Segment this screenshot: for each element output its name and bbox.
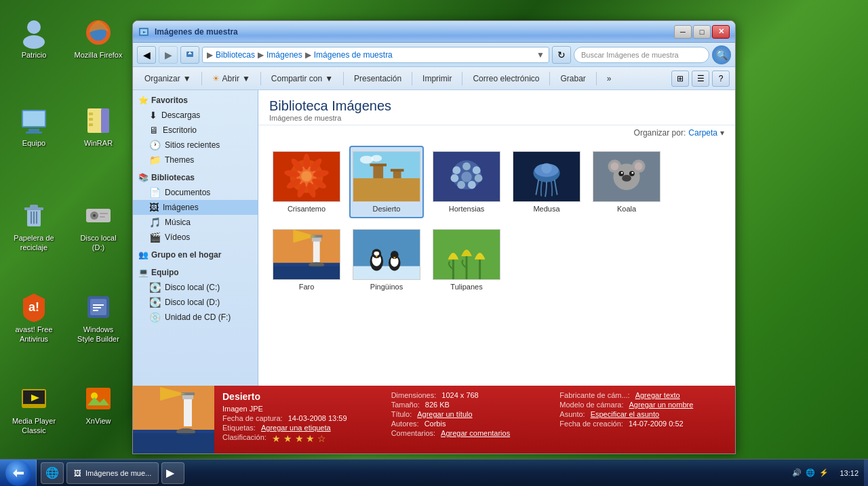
detail-tags-row: Etiquetas: Agregar una etiqueta [222,424,390,432]
close-button[interactable]: ✕ [712,25,730,39]
svg-rect-7 [26,131,42,134]
desktop-icon-disco-d[interactable]: Disco local (D:) [71,197,125,256]
minimize-button[interactable]: ─ [674,25,692,39]
sidebar-item-themes[interactable]: 📁 Themes [133,153,258,167]
detail-comments-row: Comentarios: Agregar comentarios [391,429,559,437]
share-button[interactable]: Compartir con ▼ [265,70,339,87]
file-item-pinguinos[interactable]: Pingüinos [349,224,424,296]
taskbar-clock[interactable]: 13:12 [834,469,864,477]
file-name-hortensias: Hortensias [449,205,485,213]
file-grid: Crisantemo [258,140,735,302]
desktop-icon-papelera[interactable]: Papelera de reciclaje [7,197,61,256]
file-name-desierto: Desierto [373,205,401,213]
organize-value[interactable]: Carpeta [688,128,717,138]
svg-point-0 [27,20,41,34]
desktop-icon-patricio[interactable]: Patricio [7,14,61,62]
refresh-button[interactable]: ↻ [552,46,571,64]
view-icons-button[interactable]: ⊞ [671,70,689,87]
detail-authors-row: Autores: Corbis [391,420,559,428]
sitios-icon: 🕐 [149,140,161,150]
toolbar-sep-1 [201,72,202,85]
desktop-icon-equipo[interactable]: Equipo [7,102,61,150]
start-button[interactable] [0,460,37,487]
detail-title[interactable]: Agregar un título [417,410,472,418]
file-name-medusa: Medusa [533,205,559,213]
detail-comments[interactable]: Agregar comentarios [441,429,510,437]
search-box[interactable]: Buscar Imágenes de muestra [574,47,709,63]
svg-point-59 [360,156,374,164]
address-path[interactable]: ▶ Bibliotecas ▶ Imágenes ▶ Imágenes de m… [202,47,549,63]
svg-rect-113 [184,398,192,426]
detail-camera-model[interactable]: Agregar un nombre [629,401,694,409]
detail-tags[interactable]: Agregar una etiqueta [261,424,331,432]
detail-authors: Corbis [425,420,446,428]
open-button[interactable]: ☀ Abrir ▼ [206,70,256,87]
burn-button[interactable]: Grabar [554,70,591,87]
file-item-crisantemo[interactable]: Crisantemo [269,146,344,218]
sidebar-item-imagenes[interactable]: 🖼 Imágenes [133,200,258,215]
equipo-icon [18,104,50,137]
wsb-label: Windows Style Builder [74,325,123,344]
organize-button[interactable]: Organizar ▼ [138,70,197,87]
toolbar-sep-6 [549,72,550,85]
taskbar-item-explorer[interactable]: 🖼 Imágenes de mue... [66,462,159,484]
detail-camera-model-row: Modelo de cámara: Agregar un nombre [559,401,727,409]
sidebar-item-sitios-recientes[interactable]: 🕐 Sitios recientes [133,138,258,153]
path-bibliotecas[interactable]: Bibliotecas [216,50,255,60]
sidebar-item-videos[interactable]: 🎬 Vídeos [133,230,258,245]
file-item-desierto[interactable]: Desierto [349,146,424,218]
maximize-button[interactable]: □ [693,25,711,39]
desktop-icon-mpc[interactable]: Media Player Classic [7,380,61,439]
sidebar-libraries-header[interactable]: 📚 Bibliotecas [133,170,258,185]
detail-camera-make[interactable]: Agregar texto [635,391,680,399]
detail-subject[interactable]: Especificar el asunto [591,410,660,418]
wsb-icon [82,291,115,323]
show-desktop-button[interactable] [864,460,868,487]
print-button[interactable]: Imprimir [416,70,458,87]
slideshow-button[interactable]: Presentación [348,70,408,87]
detail-panel: Desierto Imagen JPE Fecha de captura: 14… [133,386,735,453]
desktop-icon-xnview[interactable]: XnView [71,380,125,428]
desktop-icon-avast[interactable]: a! avast! Free Antivirus [7,288,61,347]
file-item-koala[interactable]: Koala [589,146,664,218]
sidebar-item-disco-d2[interactable]: 💽 Disco local (D:) [133,295,258,310]
svg-rect-33 [86,388,111,409]
sidebar-item-documentos[interactable]: 📄 Documentos [133,185,258,200]
email-button[interactable]: Correo electrónico [467,70,545,87]
sidebar-favorites-header[interactable]: ⭐ Favoritos [133,93,258,108]
path-imagenes-muestra[interactable]: Imágenes de muestra [314,50,393,60]
forward-button[interactable]: ▶ [159,46,178,64]
sidebar-item-musica[interactable]: 🎵 Música [133,215,258,230]
help-button[interactable]: ? [712,70,730,87]
path-imagenes[interactable]: Imágenes [267,50,302,60]
svg-rect-56 [370,163,387,166]
file-item-medusa[interactable]: Medusa [509,146,584,218]
svg-rect-9 [101,108,109,133]
detail-type-row: Imagen JPE [222,405,390,413]
patricio-label: Patricio [22,50,47,60]
file-item-hortensias[interactable]: Hortensias [429,146,504,218]
back-button[interactable]: ◀ [137,46,156,64]
sidebar-equipo-header[interactable]: 💻 Equipo [133,265,258,280]
desktop-icon-wsb[interactable]: Windows Style Builder [71,288,125,347]
sidebar-item-descargas[interactable]: ⬇ Descargas [133,108,258,123]
title-bar: Imágenes de muestra ─ □ ✕ [133,21,735,43]
sidebar-item-escritorio[interactable]: 🖥 Escritorio [133,123,258,138]
svg-point-74 [541,163,552,174]
sidebar-item-cd[interactable]: 💿 Unidad de CD (F:) [133,310,258,325]
sidebar-item-disco-c[interactable]: 💽 Disco local (C:) [133,280,258,295]
search-button[interactable]: 🔍 [712,45,731,64]
file-item-faro[interactable]: Faro [269,224,344,296]
file-item-tulipanes[interactable]: Tulipanes [429,224,504,296]
desktop-icon-firefox[interactable]: Mozilla Firefox [71,14,125,62]
view-details-button[interactable]: ☰ [692,70,709,87]
svg-point-63 [452,166,460,174]
svg-point-68 [457,181,465,189]
sidebar-group-header[interactable]: 👥 Grupo en el hogar [133,247,258,262]
more-button[interactable]: » [601,70,618,87]
taskbar-item-ie[interactable]: 🌐 [41,462,64,484]
taskbar-item-media[interactable]: ▶ [161,462,184,484]
desktop-icon-winrar[interactable]: WinRAR [71,102,125,150]
up-button[interactable] [180,46,199,64]
detail-stars[interactable]: ★ ★ ★ ★ ☆ [272,433,327,444]
